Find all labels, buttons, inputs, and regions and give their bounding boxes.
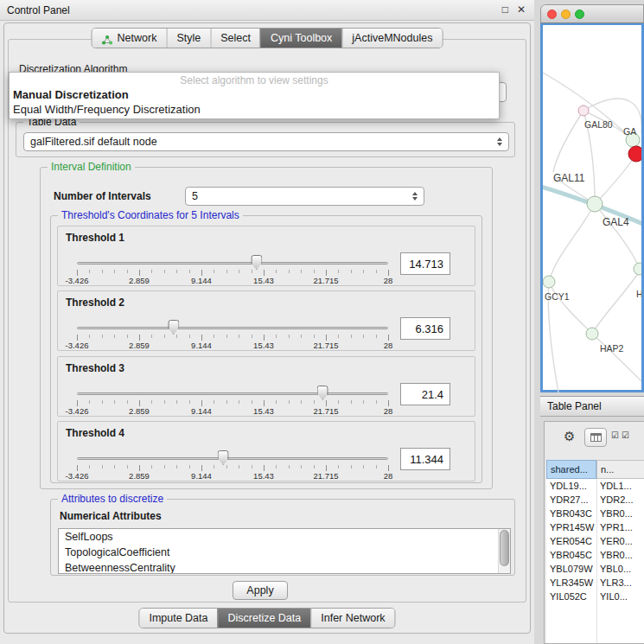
control-panel-title: Control Panel xyxy=(7,0,70,21)
network-node[interactable] xyxy=(543,276,555,288)
tab-network[interactable]: Network xyxy=(92,29,167,48)
combo-spinner-icon xyxy=(492,137,502,146)
threshold-label: Threshold 2 xyxy=(66,296,124,309)
selected-network-node[interactable] xyxy=(628,146,641,162)
minimize-traffic-light[interactable] xyxy=(561,10,571,19)
zoom-traffic-light[interactable] xyxy=(575,10,584,19)
tab-select[interactable]: Select xyxy=(210,29,260,48)
node-label: HAP2 xyxy=(600,343,624,354)
bottom-tab-bar: Impute Data Discretize Data Infer Networ… xyxy=(138,608,395,628)
checkbox-icon[interactable]: ☑ xyxy=(622,430,630,440)
tab-impute-data[interactable]: Impute Data xyxy=(139,609,217,628)
numerical-attributes-label: Numerical Attributes xyxy=(60,510,162,522)
network-icon xyxy=(102,33,113,44)
network-canvas[interactable]: GAL80 GA GAL11 GAL4 GCY1 H HAP2 xyxy=(540,23,644,392)
threshold-3-panel: Threshold 3 -3.426 2.859 9.144 15.43 21.… xyxy=(57,356,475,417)
close-icon[interactable]: ✕ xyxy=(517,3,526,16)
column-separator xyxy=(596,479,597,643)
threshold-label: Threshold 1 xyxy=(66,232,124,244)
tab-infer-network[interactable]: Infer Network xyxy=(310,609,394,628)
threshold-label: Threshold 4 xyxy=(66,427,124,439)
threshold-4-value-field[interactable] xyxy=(400,448,450,470)
network-window-titlebar xyxy=(540,4,644,23)
combo-spinner-icon xyxy=(407,192,418,201)
threshold-3-value-field[interactable] xyxy=(400,383,450,405)
dropdown-placeholder: Select algorithm to view settings xyxy=(10,74,499,86)
number-of-intervals-label: Number of Intervals xyxy=(54,190,151,202)
dropdown-option-equal-width[interactable]: Equal Width/Frequency Discretization xyxy=(10,102,499,117)
slider-thumb[interactable] xyxy=(317,386,328,400)
table-row[interactable]: YDR27...YDR2... xyxy=(546,493,644,507)
table-panel-header: Table Panel xyxy=(540,396,644,417)
column-header-name[interactable]: n... xyxy=(596,460,644,479)
tab-discretize-data[interactable]: Discretize Data xyxy=(218,609,311,628)
interval-definition-title: Interval Definition xyxy=(48,161,135,174)
table-data-selected: galFiltered.sif default node xyxy=(30,136,157,148)
tab-cyni-toolbox[interactable]: Cyni Toolbox xyxy=(260,29,341,48)
threshold-2-panel: Threshold 2 -3.426 2.859 9.144 15.43 21.… xyxy=(57,290,475,351)
node-label: GCY1 xyxy=(545,291,570,302)
show-columns-button[interactable] xyxy=(584,428,607,447)
table-data-group: Table Data galFiltered.sif default node xyxy=(16,122,515,157)
attributes-group-title: Attributes to discretize xyxy=(58,493,167,506)
threshold-1-panel: Threshold 1 -3.426 2.859 9.144 15.43 21.… xyxy=(57,226,475,286)
node-label: H xyxy=(636,289,641,299)
network-node[interactable] xyxy=(586,328,598,340)
table-panel-title: Table Panel xyxy=(547,397,602,416)
slider-track[interactable] xyxy=(77,327,388,329)
numerical-attributes-list: SelfLoops TopologicalCoefficient Between… xyxy=(58,528,511,574)
table-row[interactable]: YDL19...YDL1... xyxy=(546,479,644,493)
slider-scale: -3.426 2.859 9.144 15.43 21.715 28 xyxy=(77,471,388,481)
slider-thumb[interactable] xyxy=(251,255,262,270)
threshold-1-value-field[interactable] xyxy=(400,252,450,275)
gear-icon[interactable]: ⚙ xyxy=(564,429,575,444)
network-node[interactable] xyxy=(587,196,603,212)
slider-thumb[interactable] xyxy=(168,320,179,335)
scrollbar-thumb[interactable] xyxy=(500,530,509,566)
table-data-combobox[interactable]: galFiltered.sif default node xyxy=(23,132,509,151)
number-of-intervals-combobox[interactable]: 5 xyxy=(185,187,424,206)
node-label: GAL4 xyxy=(603,216,629,228)
threshold-4-panel: Threshold 4 -3.426 2.859 9.144 15.43 21.… xyxy=(57,421,475,481)
list-item[interactable]: SelfLoops xyxy=(59,529,510,545)
table-row[interactable]: YPR145WYPR1... xyxy=(546,520,644,534)
list-item[interactable]: BetweennessCentrality xyxy=(59,560,510,574)
table-row[interactable]: YBL079WYBL0... xyxy=(546,562,644,576)
table-row[interactable]: YER054CYER0... xyxy=(546,534,644,548)
slider-track[interactable] xyxy=(77,392,388,395)
node-label: GA xyxy=(623,126,636,137)
tab-jactivemnodules[interactable]: jActiveMNodules xyxy=(341,29,442,48)
table-rows: YDL19...YDL1... YDR27...YDR2... YBR043CY… xyxy=(546,479,644,643)
top-tab-bar: Network Style Select Cyni Toolbox jActiv… xyxy=(92,28,443,48)
float-window-icon[interactable]: □ xyxy=(502,3,508,16)
network-node[interactable] xyxy=(634,263,641,275)
table-row[interactable]: YIL052CYIL0... xyxy=(546,590,644,603)
dropdown-option-manual-discretization[interactable]: Manual Discretization xyxy=(10,87,499,102)
checkbox-icon[interactable]: ☑ xyxy=(611,430,620,440)
slider-scale: -3.426 2.859 9.144 15.43 21.715 28 xyxy=(77,341,388,350)
attributes-group: Attributes to discretize Numerical Attri… xyxy=(50,499,515,576)
table-row[interactable]: YLR345WYLR3... xyxy=(546,576,644,590)
thresholds-group-title: Threshold's Coordinates for 5 Intervals xyxy=(58,209,243,222)
control-panel-titlebar: Control Panel □ ✕ xyxy=(0,0,534,21)
tab-label: Network xyxy=(118,29,157,48)
table-columns-icon xyxy=(590,433,602,442)
tab-style[interactable]: Style xyxy=(166,29,210,48)
threshold-label: Threshold 3 xyxy=(66,362,124,374)
column-header-shared-name[interactable]: shared... xyxy=(546,460,596,479)
table-row[interactable]: YBR043CYBR0... xyxy=(546,507,644,520)
network-node[interactable] xyxy=(578,105,589,116)
slider-thumb[interactable] xyxy=(218,450,229,465)
slider-track[interactable] xyxy=(77,457,388,460)
threshold-2-value-field[interactable] xyxy=(400,317,450,340)
slider-scale: -3.426 2.859 9.144 15.43 21.715 28 xyxy=(77,406,388,416)
apply-button[interactable]: Apply xyxy=(233,581,288,600)
network-window: GAL80 GA GAL11 GAL4 GCY1 H HAP2 xyxy=(540,4,644,392)
table-row[interactable]: YBR045CYBR0... xyxy=(546,548,644,562)
list-scrollbar[interactable] xyxy=(498,529,510,573)
slider-scale: -3.426 2.859 9.144 15.43 21.715 28 xyxy=(77,276,388,285)
slider-track[interactable] xyxy=(77,262,388,265)
close-traffic-light[interactable] xyxy=(547,10,557,19)
node-label: GAL80 xyxy=(584,119,613,130)
list-item[interactable]: TopologicalCoefficient xyxy=(59,545,510,560)
